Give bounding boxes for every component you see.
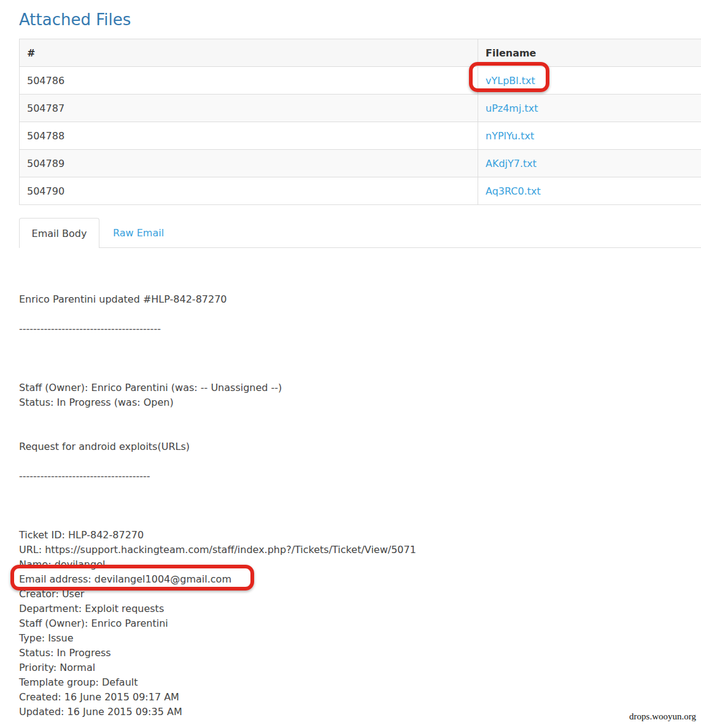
tab-email-body[interactable]: Email Body xyxy=(19,218,99,248)
tab-bar-divider xyxy=(19,247,701,248)
attachment-link[interactable]: AKdjY7.txt xyxy=(486,158,536,169)
attachment-link[interactable]: vYLpBl.txt xyxy=(486,75,535,87)
table-row: 504786 vYLpBl.txt xyxy=(20,67,701,95)
attachment-filename-cell: Aq3RC0.txt xyxy=(478,177,701,205)
attachment-id-cell: 504787 xyxy=(20,95,478,122)
attachment-link[interactable]: uPz4mj.txt xyxy=(486,103,538,114)
ticket-detail-screen: Attached Files # Filename 504786 vYLpBl.… xyxy=(0,0,701,728)
email-body-text: Enrico Parentini updated #HLP-842-87270 … xyxy=(19,292,416,719)
attachment-filename-cell: uPz4mj.txt xyxy=(478,95,701,122)
attachment-filename-cell: nYPlYu.txt xyxy=(478,122,701,150)
tab-raw-email[interactable]: Raw Email xyxy=(113,218,164,247)
table-row: 504789 AKdjY7.txt xyxy=(20,150,701,177)
attachments-table: # Filename 504786 vYLpBl.txt 504787 uPz4… xyxy=(19,39,701,205)
attachment-link[interactable]: Aq3RC0.txt xyxy=(486,185,541,197)
attachment-id-cell: 504788 xyxy=(20,122,478,150)
tab-email-body-label: Email Body xyxy=(32,228,87,239)
tab-bar: Email Body Raw Email xyxy=(0,218,701,248)
attachment-filename-cell: vYLpBl.txt xyxy=(478,67,701,95)
page-title: Attached Files xyxy=(19,10,131,29)
table-header-row: # Filename xyxy=(20,39,701,67)
column-header-filename: Filename xyxy=(478,39,701,67)
watermark: drops.wooyun.org xyxy=(629,711,696,722)
table-row: 504790 Aq3RC0.txt xyxy=(20,177,701,205)
table-row: 504788 nYPlYu.txt xyxy=(20,122,701,150)
attachment-link[interactable]: nYPlYu.txt xyxy=(486,130,534,142)
table-row: 504787 uPz4mj.txt xyxy=(20,95,701,122)
column-header-id: # xyxy=(20,39,478,67)
attachment-id-cell: 504790 xyxy=(20,177,478,205)
attachment-filename-cell: AKdjY7.txt xyxy=(478,150,701,177)
attachment-id-cell: 504786 xyxy=(20,67,478,95)
attachment-id-cell: 504789 xyxy=(20,150,478,177)
